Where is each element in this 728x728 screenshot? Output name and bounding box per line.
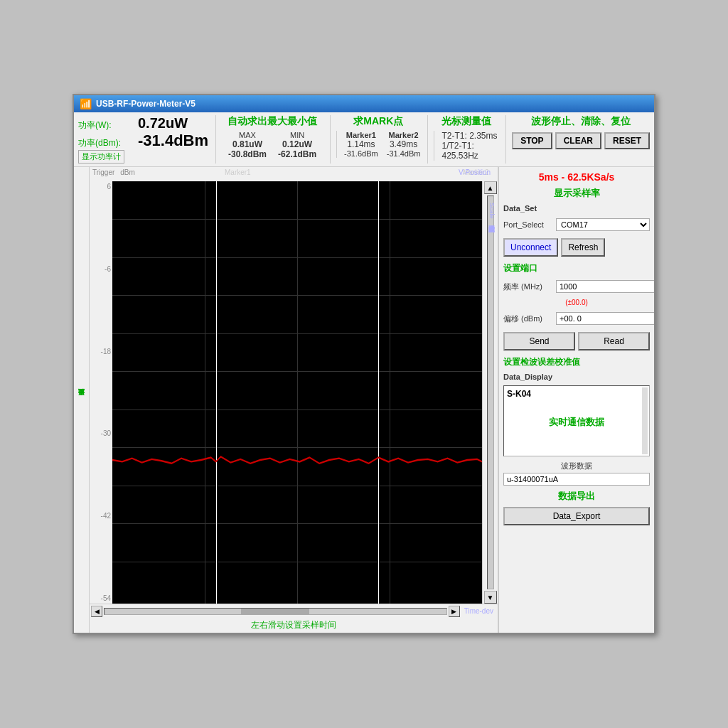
unconnect-button[interactable]: Unconnect (503, 238, 558, 257)
wave-data-input[interactable] (503, 473, 650, 486)
y-label-m6: -6 (91, 265, 111, 273)
data-display-header: Data_Display (503, 373, 650, 381)
calibration-label: 设置检波误差校准值 (503, 356, 650, 368)
bottom-label-area: 左右滑动设置采样时间 (90, 618, 498, 633)
freq-input[interactable] (556, 280, 654, 293)
offset-input[interactable] (556, 312, 654, 325)
right-panel: 5ms - 62.5KSa/s 显示采样率 Data_Set Port_Sele… (498, 167, 654, 633)
marker2-time: 3.49ms (390, 139, 417, 149)
stop-button[interactable]: STOP (512, 132, 552, 149)
data-export-button[interactable]: Data_Export (503, 507, 650, 525)
power-w-label: 功率(W): (78, 119, 135, 132)
h-scroll-track[interactable] (104, 608, 447, 615)
signal-polyline (112, 456, 482, 464)
dbm-label: dBm (117, 167, 138, 181)
refresh-button[interactable]: Refresh (561, 238, 605, 257)
offset-row: 偏移 (dBm) (503, 312, 650, 325)
data-set-label: Data_Set (503, 204, 650, 213)
send-button[interactable]: Send (503, 332, 575, 350)
chart-marker1-label: Marker1 (225, 168, 251, 176)
h-scroll-thumb (241, 609, 309, 614)
mark-header: 求MARK点 (348, 115, 409, 128)
min-label: MIN (290, 131, 304, 139)
reset-button[interactable]: RESET (604, 132, 650, 149)
title-bar: 📶 USB-RF-Power-Meter-V5 (74, 95, 654, 112)
marker1-col: Marker1 1.14ms -31.6dBm (344, 131, 378, 158)
chart-and-yaxis: 6 -6 -18 -30 -42 -54 (90, 181, 498, 604)
main-window: 📶 USB-RF-Power-Meter-V5 功率(W): 0.72uW 功率… (73, 94, 655, 634)
y-label-m30: -30 (91, 429, 111, 437)
auto-max-min-section: 自动求出最大最小值 MAX 0.81uW -30.8dBm MIN 0.12uW… (215, 115, 323, 164)
min-dbm: -62.1dBm (278, 149, 316, 159)
min-col: MIN 0.12uW -62.1dBm (278, 131, 316, 159)
data-display-scrollbar[interactable] (642, 387, 648, 454)
marker2-label: Marker2 (389, 131, 419, 139)
wave-control-section: 波形停止、清除、复位 STOP CLEAR RESET (505, 115, 650, 164)
marker1-time: 1.14ms (347, 139, 375, 149)
top-info-bar: 功率(W): 0.72uW 功率(dBm): -31.4dBm 显示功率计 自动… (74, 112, 654, 167)
max-dbm: -30.8dBm (228, 149, 267, 159)
marker2-dbm: -31.4dBm (387, 149, 421, 158)
power-w-value: 0.72uW (138, 115, 188, 132)
show-power-button[interactable]: 显示功率计 (78, 150, 124, 164)
auto-header: 自动求出最大最小值 (222, 115, 323, 128)
scroll-right-btn[interactable]: ▶ (449, 606, 460, 617)
time-dev-label: Time-dev (461, 607, 496, 615)
window-title: USB-RF-Power-Meter-V5 (96, 99, 196, 109)
bottom-scroll[interactable]: ◀ ▶ Time-dev (90, 604, 498, 618)
set-port-label: 设置端口 (503, 262, 650, 274)
freq-row: 频率 (MHz) (503, 280, 650, 293)
scale-label: Scale 上下滑动设置幅度刻度 (487, 203, 496, 220)
content-area: 功率(W): 0.72uW 功率(dBm): -31.4dBm 显示功率计 自动… (74, 112, 654, 633)
inv-t2t1-value: 1/T2-T1: 425.53Hz (441, 141, 498, 161)
y-label-m18: -18 (91, 348, 111, 355)
export-label: 数据导出 (503, 490, 650, 503)
signal-svg (112, 181, 482, 604)
t2t1-section: 光标测量值 T2-T1: 2.35ms 1/T2-T1: 425.53Hz (427, 115, 498, 164)
bottom-label: 左右滑动设置采样时间 (251, 620, 336, 630)
data-display-text: 实时通信数据 (507, 416, 646, 429)
sample-rate-display: 5ms - 62.5KSa/s (503, 171, 650, 183)
y-label-6: 6 (91, 183, 111, 191)
marker-section: 求MARK点 Marker1 1.14ms -31.6dBm Marker2 3… (330, 115, 420, 164)
port-select-label: Port_Select (503, 220, 553, 229)
vpos-label: V-Position (459, 168, 491, 176)
main-area: 上下滑动设置触发发点 Trigger dBm Marker1 Marker2 V… (74, 167, 654, 633)
cursor-header: 光标测量值 (436, 115, 497, 128)
data-display-area: S-K04 实时通信数据 (503, 385, 650, 456)
max-col: MAX 0.81uW -30.8dBm (228, 131, 267, 159)
wifi-icon: 📶 (80, 98, 92, 109)
y-label-m42: -42 (91, 512, 111, 520)
scroll-track[interactable] (487, 196, 494, 589)
send-read-row: Send Read (503, 332, 650, 350)
scroll-left-btn[interactable]: ◀ (91, 606, 102, 617)
power-display: 功率(W): 0.72uW 功率(dBm): -31.4dBm 显示功率计 (78, 115, 208, 164)
left-vert-labels[interactable]: 上下滑动设置触发发点 (74, 167, 90, 633)
scroll-down-btn[interactable]: ▼ (484, 591, 497, 604)
data-display-first: S-K04 (507, 389, 646, 399)
power-dbm-value: -31.4dBm (138, 132, 208, 150)
offset-hint: (±00.0) (503, 299, 650, 306)
trigger-label: Trigger (90, 167, 117, 181)
freq-label: 频率 (MHz) (503, 282, 553, 292)
wave-header: 波形停止、清除、复位 (525, 115, 636, 128)
wave-data-label: 波形数据 (503, 461, 650, 471)
read-button[interactable]: Read (578, 332, 650, 350)
marker2-col: Marker2 3.49ms -31.4dBm (387, 131, 421, 158)
wave-data-section: 波形数据 (503, 461, 650, 486)
t2t1-value: T2-T1: 2.35ms (441, 131, 498, 141)
display-sample-label: 显示采样率 (503, 187, 650, 200)
chart-top-labels: Trigger dBm Marker1 Marker2 V-Position (90, 167, 498, 181)
max-label: MAX (239, 131, 256, 139)
right-scroll[interactable]: ▲ ▼ Scale 上下滑动设置幅度刻度 (482, 181, 498, 604)
port-select-dropdown[interactable]: COM17 COM1 COM2 COM16 (556, 218, 650, 231)
chart-area[interactable] (112, 181, 482, 604)
scroll-up-btn[interactable]: ▲ (484, 181, 497, 194)
port-select-row: Port_Select COM17 COM1 COM2 COM16 (503, 218, 650, 231)
chart-wrapper: Trigger dBm Marker1 Marker2 V-Position 6… (90, 167, 498, 633)
clear-button[interactable]: CLEAR (555, 132, 601, 149)
y-axis: 6 -6 -18 -30 -42 -54 (90, 181, 112, 604)
power-dbm-label: 功率(dBm): (78, 137, 135, 149)
connect-row: Unconnect Refresh (503, 238, 650, 257)
offset-label: 偏移 (dBm) (503, 314, 553, 324)
